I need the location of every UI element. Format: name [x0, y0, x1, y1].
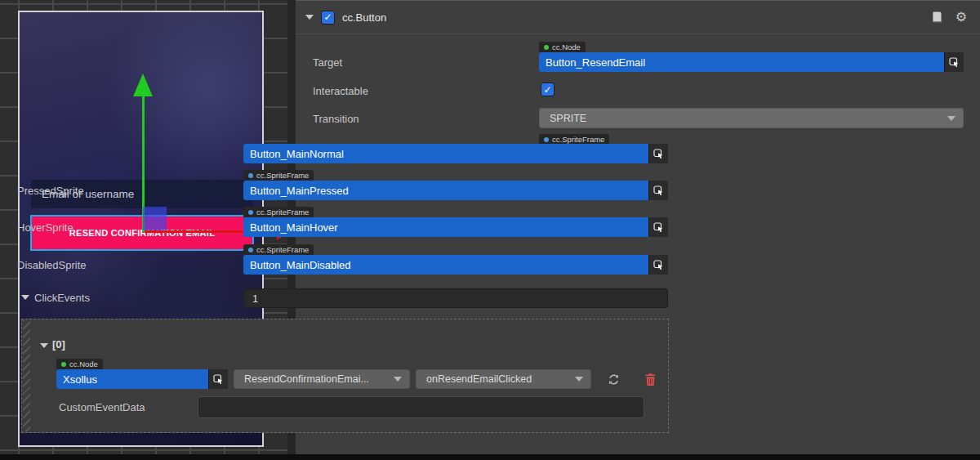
- target-node-field[interactable]: Button_ResendEmail: [539, 52, 964, 72]
- node-type-dot-icon: [61, 362, 66, 367]
- collapse-arrow-icon[interactable]: [305, 15, 314, 20]
- spriteframe-type-dot-icon: [248, 248, 253, 252]
- chevron-down-icon: [575, 377, 583, 382]
- pressed-sprite-value[interactable]: Button_MainPressed: [243, 181, 648, 200]
- chevron-down-icon: [947, 116, 956, 121]
- normal-sprite-field[interactable]: Button_MainNormal: [243, 144, 668, 163]
- disabled-sprite-type-tag: cc.SpriteFrame: [243, 244, 314, 255]
- event-node-type-tag: cc.Node: [56, 359, 103, 369]
- interactable-checkbox[interactable]: [541, 83, 555, 96]
- help-docs-icon[interactable]: [931, 11, 943, 24]
- pressed-sprite-label: PressedSprite: [17, 185, 84, 197]
- gizmo-center-handle[interactable]: [143, 207, 167, 230]
- transition-dropdown[interactable]: SPRITE: [539, 108, 964, 128]
- disabled-sprite-value[interactable]: Button_MainDisabled: [243, 255, 648, 275]
- event-node-value[interactable]: Xsollus: [56, 369, 208, 389]
- gear-icon[interactable]: ⚙: [956, 11, 967, 24]
- normal-sprite-value[interactable]: Button_MainNormal: [243, 144, 648, 163]
- spriteframe-type-dot-icon: [544, 137, 549, 142]
- disabled-sprite-label: DisabledSprite: [17, 259, 87, 271]
- refresh-icon[interactable]: [605, 371, 621, 387]
- event-handler-dropdown[interactable]: onResendEmailClicked: [416, 369, 591, 389]
- target-label: Target: [313, 56, 342, 69]
- target-type-tag: cc.Node: [539, 42, 586, 52]
- panel-hatch-strip: [23, 320, 30, 431]
- pressed-sprite-field[interactable]: Button_MainPressed: [243, 181, 668, 200]
- chevron-down-icon: [394, 377, 402, 382]
- hover-sprite-value[interactable]: Button_MainHover: [243, 217, 648, 237]
- click-events-count-input[interactable]: 1: [243, 288, 668, 308]
- click-events-collapse-icon[interactable]: [21, 295, 29, 300]
- component-enabled-checkbox[interactable]: [321, 11, 335, 25]
- spriteframe-picker-icon[interactable]: [648, 181, 668, 200]
- custom-event-data-label: CustomEventData: [59, 401, 145, 413]
- disabled-sprite-field[interactable]: Button_MainDisabled: [243, 255, 668, 275]
- event-component-dropdown[interactable]: ResendConfirmationEmai...: [234, 369, 410, 389]
- hover-sprite-type-tag: cc.SpriteFrame: [243, 207, 314, 217]
- transition-label: Transition: [313, 113, 359, 125]
- hover-sprite-field[interactable]: Button_MainHover: [243, 217, 668, 237]
- hover-sprite-label: HoverSprite: [17, 221, 74, 234]
- spriteframe-picker-icon[interactable]: [648, 217, 668, 237]
- spriteframe-type-dot-icon: [248, 173, 253, 178]
- window-bottom-edge: [0, 454, 980, 460]
- gizmo-y-axis-arrow-icon[interactable]: [133, 74, 153, 96]
- spriteframe-type-dot-icon: [248, 210, 253, 215]
- spriteframe-picker-icon[interactable]: [648, 144, 668, 163]
- event-item-collapse-icon[interactable]: [40, 343, 48, 348]
- component-title: cc.Button: [342, 11, 386, 24]
- target-node-value[interactable]: Button_ResendEmail: [539, 52, 944, 72]
- spriteframe-picker-icon[interactable]: [648, 255, 668, 275]
- event-item-index: [0]: [52, 338, 65, 351]
- pressed-sprite-type-tag: cc.SpriteFrame: [243, 170, 314, 181]
- node-picker-icon[interactable]: [944, 52, 964, 72]
- node-type-dot-icon: [544, 45, 549, 50]
- click-events-panel: [0] cc.Node Xsollus ResendConfirmationEm…: [21, 319, 669, 433]
- custom-event-data-input[interactable]: [198, 396, 644, 418]
- event-node-field[interactable]: Xsollus: [56, 369, 228, 389]
- node-picker-icon[interactable]: [208, 369, 228, 389]
- editor-window: Email or username RESEND CONFIRMATION EM…: [0, 0, 980, 460]
- component-header: cc.Button ⚙: [296, 1, 980, 34]
- interactable-label: Interactable: [313, 85, 368, 97]
- trash-icon[interactable]: [643, 371, 657, 387]
- click-events-label: ClickEvents: [34, 292, 90, 304]
